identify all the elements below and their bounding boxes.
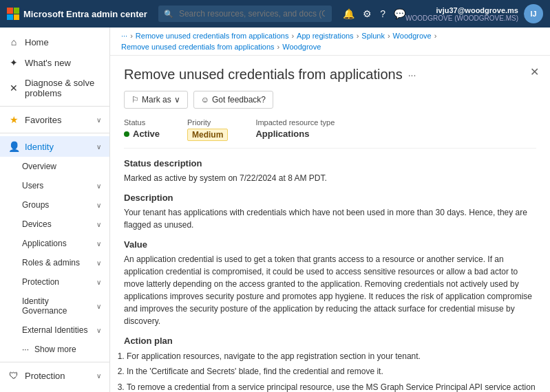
settings-icon[interactable]: ⚙ <box>363 8 372 19</box>
panel-toolbar: ⚐ Mark as ∨ ☺ Got feedback? <box>124 91 536 109</box>
chevron-down-icon: ∨ <box>96 240 101 248</box>
action-plan-title: Action plan <box>124 336 536 346</box>
sidebar-item-label: Overview <box>22 162 56 171</box>
sidebar-item-label: Applications <box>22 239 67 248</box>
user-info: ivju37@woodgrove.ms WOODGROVE (WOODGROVE… <box>405 6 518 22</box>
breadcrumb-link-splunk[interactable]: Splunk <box>361 32 385 40</box>
help-icon[interactable]: ? <box>380 8 385 19</box>
sidebar-item-label: Diagnose & solve problems <box>25 78 101 98</box>
resource-type-label: Impacted resource type <box>255 118 335 127</box>
sidebar-item-identity[interactable]: 👤 Identity ∨ <box>0 136 109 157</box>
feedback-icon: ☺ <box>201 95 209 105</box>
action-plan-section: Action plan For application resources, n… <box>124 336 536 392</box>
topbar: Microsoft Entra admin center 🔔 ⚙ ? 💬 ivj… <box>0 0 550 28</box>
feedback-button[interactable]: ☺ Got feedback? <box>193 91 273 109</box>
status-description-text: Marked as active by system on 7/22/2024 … <box>124 172 536 184</box>
topbar-icon-group: 🔔 ⚙ ? 💬 <box>343 8 405 19</box>
sidebar-item-label: Devices <box>22 219 52 229</box>
status-label: Status <box>124 118 160 127</box>
avatar[interactable]: IJ <box>524 4 543 23</box>
sidebar-item-diagnose[interactable]: ✕ Diagnose & solve problems <box>0 73 109 103</box>
sidebar-divider-1 <box>0 106 109 107</box>
priority-label: Priority <box>187 118 228 127</box>
ms-logo-icon <box>7 8 19 20</box>
sidebar-item-groups[interactable]: Groups ∨ <box>0 195 109 215</box>
value-text: An application credential is used to get… <box>124 253 536 327</box>
app-title: Microsoft Entra admin center <box>23 9 147 19</box>
sidebar-item-label: Favorites <box>25 115 61 125</box>
chevron-down-icon: ∨ <box>96 116 101 124</box>
notifications-icon[interactable]: 🔔 <box>343 8 355 19</box>
breadcrumb-link-remove[interactable]: Remove unused credentials from applicati… <box>136 32 289 40</box>
sidebar-item-roles-admins[interactable]: Roles & admins ∨ <box>0 253 109 272</box>
panel-title-ellipsis: ··· <box>408 69 416 80</box>
breadcrumb-sep: › <box>388 32 390 40</box>
chat-icon[interactable]: 💬 <box>394 8 405 19</box>
content-area: ··· › Remove unused credentials from app… <box>110 28 550 392</box>
breadcrumb-link-remove2[interactable]: Remove unused credentials from applicati… <box>121 43 275 51</box>
star-icon: ✦ <box>8 57 19 68</box>
sidebar: ⌂ Home ✦ What's new ✕ Diagnose & solve p… <box>0 28 110 392</box>
sidebar-item-home[interactable]: ⌂ Home <box>0 32 109 52</box>
sidebar-item-label: Users <box>22 181 43 190</box>
breadcrumb-link-app-reg[interactable]: App registrations <box>297 32 354 40</box>
breadcrumb-ellipsis[interactable]: ··· <box>121 32 127 40</box>
sidebar-item-label: Roles & admins <box>22 258 80 268</box>
identity-icon: 👤 <box>8 141 19 152</box>
breadcrumb-sep: › <box>291 32 294 40</box>
sidebar-item-overview[interactable]: Overview <box>0 157 109 176</box>
priority-value: Medium <box>187 129 228 141</box>
chevron-down-icon: ∨ <box>96 202 101 209</box>
sidebar-item-show-more[interactable]: ··· Show more <box>0 340 109 359</box>
status-col-status: Status Active <box>124 118 160 139</box>
global-search-input[interactable] <box>158 6 332 22</box>
sidebar-item-devices[interactable]: Devices ∨ <box>0 215 109 234</box>
status-col-resource-type: Impacted resource type Applications <box>255 118 335 139</box>
chevron-down-icon: ∨ <box>96 303 101 310</box>
mark-as-button[interactable]: ⚐ Mark as ∨ <box>124 91 188 109</box>
main-panel: Remove unused credentials from applicati… <box>110 56 550 392</box>
flag-icon: ⚐ <box>131 95 139 105</box>
user-org: WOODGROVE (WOODGROVE.MS) <box>405 14 518 22</box>
status-col-priority: Priority Medium <box>187 118 228 141</box>
sidebar-item-whats-new[interactable]: ✦ What's new <box>0 52 109 73</box>
chevron-down-icon: ∨ <box>96 259 101 267</box>
shield-icon: 🛡 <box>8 370 19 381</box>
breadcrumb: ··· › Remove unused credentials from app… <box>110 28 550 56</box>
chevron-down-icon: ∨ <box>96 221 101 228</box>
sidebar-item-protection-top[interactable]: 🛡 Protection ∨ <box>0 365 109 386</box>
sidebar-item-external-identities[interactable]: External Identities ∨ <box>0 320 109 340</box>
search-area <box>158 6 332 22</box>
chevron-down-icon: ∨ <box>96 279 101 286</box>
app-logo: Microsoft Entra admin center <box>7 8 147 20</box>
sidebar-item-label: Protection <box>22 277 59 287</box>
status-section: Status Active Priority Medium Impacted r… <box>124 118 536 149</box>
sidebar-item-favorites[interactable]: ★ Favorites ∨ <box>0 109 109 130</box>
sidebar-item-label: Identity Governance <box>22 296 91 316</box>
sidebar-item-users[interactable]: Users ∨ <box>0 176 109 195</box>
breadcrumb-sep: › <box>277 43 280 51</box>
sidebar-item-identity-governance[interactable]: Identity Governance ∨ <box>0 292 109 320</box>
status-description-section: Status description Marked as active by s… <box>124 158 536 184</box>
list-item: In the 'Certificate and Secrets' blade, … <box>127 364 536 378</box>
breadcrumb-link-woodgrove2[interactable]: Woodgrove <box>282 43 321 51</box>
sidebar-item-applications[interactable]: Applications ∨ <box>0 234 109 253</box>
status-description-title: Status description <box>124 158 536 168</box>
description-text: Your tenant has applications with creden… <box>124 206 536 231</box>
description-title: Description <box>124 193 536 203</box>
list-item: For application resources, navigate to t… <box>127 349 536 363</box>
breadcrumb-sep: › <box>357 32 359 40</box>
diagnose-icon: ✕ <box>8 83 19 94</box>
sidebar-item-label: Identity <box>25 142 54 152</box>
breadcrumb-link-woodgrove1[interactable]: Woodgrove <box>393 32 432 40</box>
sidebar-item-label: External Identities <box>22 325 87 335</box>
sidebar-item-identity-governance-top[interactable]: ☑ Identity Governance ∨ <box>0 386 109 392</box>
panel-close-button[interactable]: ✕ <box>530 65 539 78</box>
sidebar-item-protection[interactable]: Protection ∨ <box>0 272 109 292</box>
chevron-down-icon: ∨ <box>96 143 101 151</box>
sidebar-item-label: Protection <box>25 371 65 381</box>
favorites-icon: ★ <box>8 114 19 125</box>
chevron-down-icon: ∨ <box>96 372 101 380</box>
status-dot-icon <box>124 131 129 137</box>
breadcrumb-sep: › <box>130 32 133 40</box>
